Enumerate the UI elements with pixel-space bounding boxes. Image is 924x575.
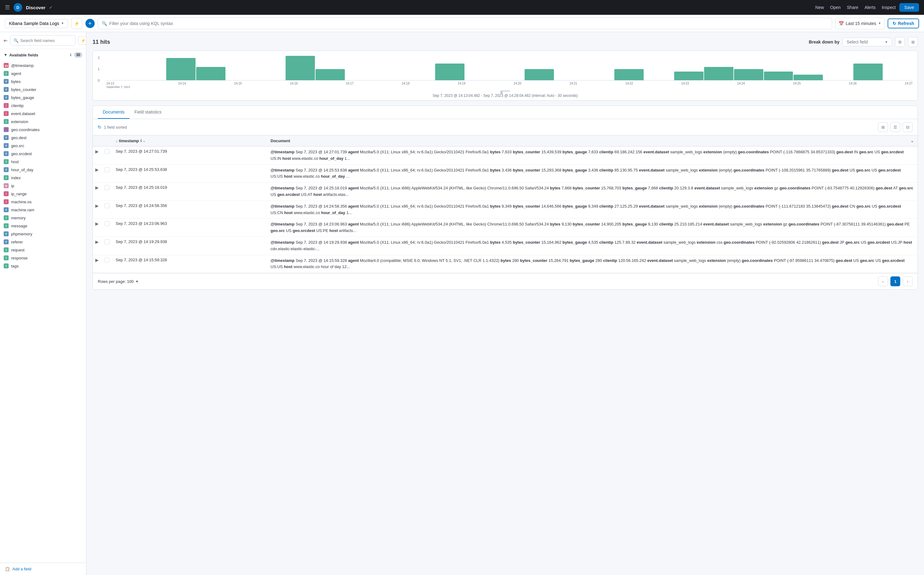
field-item[interactable]: ip ip (0, 182, 86, 190)
chart-bar[interactable] (285, 56, 315, 80)
field-item[interactable]: t request (0, 246, 86, 254)
view-compact-button[interactable]: ⊟ (903, 122, 913, 132)
field-type-icon: t (4, 159, 9, 164)
row-checkbox[interactable] (105, 257, 109, 262)
row-checkbox[interactable] (105, 167, 109, 172)
field-item[interactable]: # bytes (0, 78, 86, 86)
row-checkbox[interactable] (105, 221, 109, 226)
field-item[interactable]: # geo.srcdest (0, 149, 86, 158)
field-item[interactable]: # bytes_gauge (0, 94, 86, 102)
chart-bar[interactable] (614, 69, 643, 80)
field-name: @timestamp (11, 63, 33, 68)
chart-options-button[interactable]: ⊞ (908, 37, 918, 47)
field-name: memory (11, 216, 25, 220)
row-expand-button[interactable]: ▶ (95, 203, 99, 208)
chart-bar[interactable] (674, 71, 704, 80)
row-expand-button[interactable]: ▶ (95, 167, 99, 172)
chart-bar-wrap (315, 56, 345, 80)
field-item[interactable]: ! event.dataset (0, 110, 86, 118)
chart-bar[interactable] (435, 64, 464, 80)
row-select-cell (102, 183, 112, 201)
field-item[interactable]: ! machine.os (0, 198, 86, 206)
row-expand-button[interactable]: ▶ (95, 149, 99, 154)
chart-bar-wrap (883, 56, 913, 80)
refresh-button[interactable]: ↻ Refresh (888, 19, 919, 29)
drag-handle[interactable]: = (500, 91, 510, 92)
add-field-button[interactable]: 📋 Add a field (0, 563, 86, 575)
field-item[interactable]: t index (0, 174, 86, 182)
field-item[interactable]: t agent (0, 70, 86, 78)
row-expand-button[interactable]: ▶ (95, 221, 99, 226)
field-item[interactable]: # phpmemory (0, 230, 86, 238)
time-picker[interactable]: 📅 Last 15 minutes ▼ (835, 17, 884, 29)
field-item[interactable]: ! ip_range (0, 190, 86, 198)
chart-bar[interactable] (734, 69, 763, 80)
field-item[interactable]: ! clientip (0, 102, 86, 110)
field-item[interactable]: # referer (0, 238, 86, 246)
chart-bar[interactable] (315, 69, 345, 80)
field-item[interactable]: 📍 geo.coordinates (0, 125, 86, 133)
nav-link-share[interactable]: Share (847, 5, 858, 10)
row-checkbox[interactable] (105, 203, 109, 208)
sidebar-search-input[interactable] (21, 38, 72, 43)
field-type-icon: t (4, 71, 9, 76)
tab-field-statistics[interactable]: Field statistics (130, 106, 166, 119)
nav-link-new[interactable]: New (815, 5, 824, 10)
row-expand-button[interactable]: ▶ (95, 185, 99, 190)
tab-documents[interactable]: Documents (98, 106, 130, 119)
breakdown-select[interactable]: Select field ▼ (843, 38, 892, 46)
field-type-icon: t (4, 215, 9, 220)
chart-bar[interactable] (764, 71, 793, 80)
top-nav: ☰ D Discover ✓ New Open Share Alerts Ins… (0, 0, 924, 15)
chart-bar[interactable] (166, 58, 195, 80)
field-item[interactable]: # geo.dest (0, 133, 86, 141)
row-checkbox[interactable] (105, 149, 109, 154)
chart-bar[interactable] (794, 75, 823, 80)
data-source-button[interactable]: Kibana Sample Data Logs ▼ (5, 19, 68, 28)
sidebar-collapse-button[interactable]: ⇤ (4, 38, 8, 43)
field-item[interactable]: # hour_of_day (0, 166, 86, 174)
next-page-button[interactable]: › (903, 276, 913, 286)
field-item[interactable]: t response (0, 254, 86, 262)
nav-link-open[interactable]: Open (830, 5, 841, 10)
nav-link-alerts[interactable]: Alerts (864, 5, 876, 10)
field-name: geo.srcdest (11, 151, 32, 156)
available-fields-chevron: ▼ (4, 53, 7, 57)
field-item[interactable]: t extension (0, 118, 86, 125)
chart-bar[interactable] (196, 67, 225, 80)
field-item[interactable]: t host (0, 158, 86, 166)
filter-icon-button[interactable]: ⚡ (71, 18, 82, 29)
rows-per-page[interactable]: Rows per page: 100 ▼ (98, 279, 138, 284)
field-item[interactable]: 📅 @timestamp (0, 61, 86, 70)
prev-page-button[interactable]: ‹ (878, 276, 888, 286)
document-cell: @timestamp Sep 7, 2023 @ 14:24:58.356 ag… (267, 200, 918, 219)
row-expand-button[interactable]: ▶ (95, 239, 99, 244)
field-item[interactable]: t tags (0, 262, 86, 270)
view-columns-button[interactable]: ⊞ (878, 122, 888, 132)
chart-bar[interactable] (525, 69, 554, 80)
nav-link-inspect[interactable]: Inspect (882, 5, 895, 10)
view-table-button[interactable]: ☰ (891, 122, 900, 132)
chart-settings-button[interactable]: ⚙ (895, 37, 905, 47)
field-item[interactable]: # geo.src (0, 141, 86, 149)
chart-bar[interactable] (704, 67, 734, 80)
search-input[interactable] (109, 21, 828, 26)
chart-bar[interactable] (853, 64, 883, 80)
field-item[interactable]: t memory (0, 214, 86, 222)
hamburger-icon[interactable]: ☰ (5, 4, 10, 11)
available-fields-header[interactable]: ▼ Available fields ℹ 30 (0, 49, 86, 61)
field-type-icon: # (4, 95, 9, 100)
add-filter-button[interactable]: + (86, 19, 95, 28)
timestamp-cell: Sep 7, 2023 @ 14:24:58.356 (112, 200, 267, 219)
row-checkbox[interactable] (105, 185, 109, 190)
field-item[interactable]: # machine.ram (0, 206, 86, 214)
field-item[interactable]: t message (0, 222, 86, 230)
hits-count: 11 hits (92, 39, 110, 45)
filter-count-button[interactable]: ⚡ 0 (78, 36, 86, 45)
field-item[interactable]: # bytes_counter (0, 86, 86, 94)
field-type-icon: ! (4, 199, 9, 204)
row-expand-cell: ▶ (93, 219, 102, 237)
row-expand-button[interactable]: ▶ (95, 257, 99, 262)
row-checkbox[interactable] (105, 239, 109, 244)
save-button[interactable]: Save (899, 3, 919, 12)
